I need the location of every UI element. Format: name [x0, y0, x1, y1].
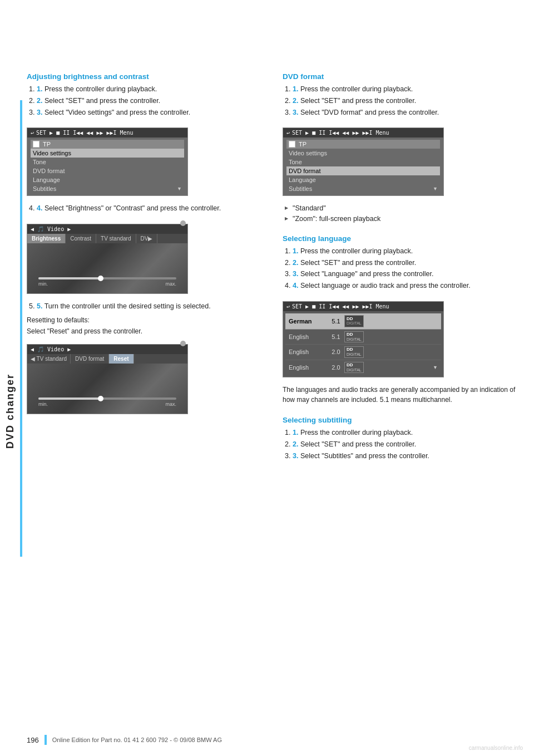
- brightness-screen: ◀ 🎵 Video ▶ Brightness Contrast TV stand…: [27, 224, 188, 294]
- dvd-bullets: "Standard" "Zoom": full-screen playback: [283, 203, 527, 224]
- video-settings-screen: ↩ SET ▶ ■ II I◀◀ ◀◀ ▶▶ ▶▶I Menu ✓ TP Vid…: [27, 127, 188, 196]
- lang-row-english-1: English 5.1 DD DIGITAL: [285, 330, 441, 345]
- dvd-screen-topbar: ↩ SET ▶ ■ II I◀◀ ◀◀ ▶▶ ▶▶I Menu: [283, 128, 443, 138]
- dvd-menu-tp: ✓ TP: [286, 140, 440, 149]
- sub-step-2: 2. Select "SET" and press the controller…: [293, 439, 527, 450]
- label-max: max.: [165, 281, 176, 287]
- tab-tv-standard-reset[interactable]: ◀ TV standard: [27, 354, 71, 364]
- reset-instruction: Select "Reset" and press the controller.: [27, 327, 266, 335]
- reset-slider-thumb: [98, 396, 103, 401]
- page-number: 196: [27, 736, 39, 744]
- brightness-step-4: 4. Select "Brightness" or "Contrast" and…: [37, 203, 266, 214]
- bullet-standard: "Standard": [285, 203, 527, 214]
- dvd-step-3: 3. Select "DVD format" and press the con…: [293, 107, 527, 118]
- badge-english-2: DD DIGITAL: [344, 346, 364, 357]
- reset-screen-wrap: ◀ 🎵 Video ▶ ◀ TV standard DVD format Res…: [27, 338, 188, 420]
- lang-step-4: 4. Select language or audio track and pr…: [293, 281, 527, 291]
- brightness-screen-wrap: ◀ 🎵 Video ▶ Brightness Contrast TV stand…: [27, 218, 188, 300]
- menu-tone: Tone: [31, 158, 184, 166]
- footer-text: Online Edition for Part no. 01 41 2 600 …: [52, 737, 222, 743]
- brightness-steps: 1. Press the controller during playback.…: [27, 84, 266, 117]
- dvd-step-1: 1. Press the controller during playback.: [293, 84, 527, 95]
- badge-english-3: DD DIGITAL: [344, 362, 364, 373]
- menu-subtitles: Subtitles ▼: [31, 184, 184, 193]
- screen1-menu: ✓ TP Video settings Tone DVD format Lang…: [27, 138, 187, 195]
- slider-labels: min. max.: [38, 281, 176, 287]
- slider-fill: [38, 277, 101, 279]
- brightness-slider[interactable]: min. max.: [38, 277, 176, 287]
- sub-steps: 1. Press the controller during playback.…: [283, 428, 527, 461]
- lang-table: German 5.1 DD DIGITAL English 5.1 DD: [283, 311, 443, 377]
- screen1-topbar: ↩ SET ▶ ■ II I◀◀ ◀◀ ▶▶ ▶▶I Menu: [27, 128, 187, 138]
- main-content: Adjusting brightness and contrast 1. Pre…: [27, 72, 527, 465]
- lang-steps: 1. Press the controller during playback.…: [283, 246, 527, 291]
- dvd-menu: ✓ TP Video settings Tone DVD format Lang…: [283, 138, 443, 195]
- lang-step-3: 3. Select "Language" and press the contr…: [293, 269, 527, 279]
- lang-step-1: 1. Press the controller during playback.: [293, 246, 527, 257]
- dvd-menu-subtitles: Subtitles ▼: [286, 184, 440, 193]
- tab-brightness[interactable]: Brightness: [27, 234, 66, 243]
- tab-reset-btn[interactable]: Reset: [109, 354, 134, 364]
- lang-row-english-2: English 2.0 DD DIGITAL: [285, 345, 441, 360]
- dvd-format-screen-wrap: ↩ SET ▶ ■ II I◀◀ ◀◀ ▶▶ ▶▶I Menu ✓ TP Vid…: [283, 122, 444, 202]
- brightness-step-2: 2. Select "SET" and press the controller…: [37, 96, 266, 106]
- reset-body: min. max.: [27, 364, 187, 414]
- tab-dvd-format-reset[interactable]: DVD format: [71, 354, 109, 364]
- lang-row-german: German 5.1 DD DIGITAL: [285, 313, 441, 330]
- reset-label-min: min.: [38, 401, 48, 407]
- reset-screen: ◀ 🎵 Video ▶ ◀ TV standard DVD format Res…: [27, 344, 188, 414]
- section-sub-title: Selecting subtitling: [283, 416, 527, 424]
- checkbox-icon: ✓: [33, 141, 39, 148]
- left-column: Adjusting brightness and contrast 1. Pre…: [27, 72, 266, 465]
- reset-label-max: max.: [165, 401, 176, 407]
- menu-language: Language: [31, 175, 184, 184]
- language-screen-wrap: ↩ SET ▶ ■ II I◀◀ ◀◀ ▶▶ ▶▶I Menu German 5…: [283, 296, 444, 383]
- menu-video-settings: Video settings: [31, 149, 184, 158]
- lang-row-english-3: English 2.0 DD DIGITAL ▼: [285, 360, 441, 375]
- dvd-format-screen: ↩ SET ▶ ■ II I◀◀ ◀◀ ▶▶ ▶▶I Menu ✓ TP Vid…: [283, 127, 444, 196]
- brightness-body: min. max.: [27, 243, 187, 293]
- video-settings-screen-wrap: ↩ SET ▶ ■ II I◀◀ ◀◀ ▶▶ ▶▶I Menu ✓ TP Vid…: [27, 122, 188, 202]
- reset-tabs: ◀ TV standard DVD format Reset: [27, 354, 187, 364]
- brightness-tabs: Brightness Contrast TV standard DV▶: [27, 234, 187, 243]
- dvd-menu-tone: Tone: [286, 158, 440, 166]
- reset-video-dot: [180, 344, 186, 346]
- tab-dv[interactable]: DV▶: [136, 234, 158, 243]
- dvd-menu-dvdformat: DVD format: [286, 166, 440, 175]
- right-column: DVD format 1. Press the controller durin…: [283, 72, 527, 465]
- reset-slider[interactable]: min. max.: [38, 397, 176, 407]
- slider-track: [38, 277, 176, 279]
- language-screen: ↩ SET ▶ ■ II I◀◀ ◀◀ ▶▶ ▶▶I Menu German 5…: [283, 301, 444, 377]
- dvd-step-2: 2. Select "SET" and press the controller…: [293, 96, 527, 106]
- section-dvd-title: DVD format: [283, 72, 527, 81]
- footer-bar: [44, 735, 47, 745]
- lang-step-2: 2. Select "SET" and press the controller…: [293, 258, 527, 268]
- menu-tp: ✓ TP: [31, 140, 184, 149]
- brightness-step5-list: 5. Turn the controller until the desired…: [27, 301, 266, 312]
- brightness-step-3: 3. Select "Video settings" and press the…: [37, 107, 266, 118]
- dvd-menu-language: Language: [286, 175, 440, 184]
- topbar-icon: ↩: [31, 130, 34, 136]
- menu-dvd-format: DVD format: [31, 166, 184, 175]
- badge-german: DD DIGITAL: [344, 315, 364, 327]
- sidebar-bar: [20, 100, 22, 557]
- brightness-step-5: 5. Turn the controller until the desired…: [37, 301, 266, 312]
- sidebar-text: DVD changer: [4, 374, 16, 449]
- section-brightness-title: Adjusting brightness and contrast: [27, 72, 266, 81]
- video-dot: [180, 224, 186, 226]
- lang-topbar: ↩ SET ▶ ■ II I◀◀ ◀◀ ▶▶ ▶▶I Menu: [283, 302, 443, 311]
- footer: 196 Online Edition for Part no. 01 41 2 …: [27, 735, 523, 745]
- sub-step-1: 1. Press the controller during playback.: [293, 428, 527, 438]
- brightness-topbar: ◀ 🎵 Video ▶: [27, 224, 187, 234]
- tab-tv-standard[interactable]: TV standard: [96, 234, 136, 243]
- badge-english-1: DD DIGITAL: [344, 331, 364, 342]
- sub-step-3: 3. Select "Subtitles" and press the cont…: [293, 451, 527, 462]
- dvd-menu-video: Video settings: [286, 149, 440, 158]
- resetting-label: Resetting to defaults:: [27, 316, 266, 324]
- brightness-step4-list: 4. Select "Brightness" or "Contrast" and…: [27, 203, 266, 214]
- tab-contrast[interactable]: Contrast: [66, 234, 96, 243]
- reset-topbar: ◀ 🎵 Video ▶: [27, 345, 187, 354]
- brightness-step-1: 1. Press the controller during playback.: [37, 84, 266, 95]
- bullet-zoom: "Zoom": full-screen playback: [285, 214, 527, 224]
- reset-slider-track: [38, 397, 176, 400]
